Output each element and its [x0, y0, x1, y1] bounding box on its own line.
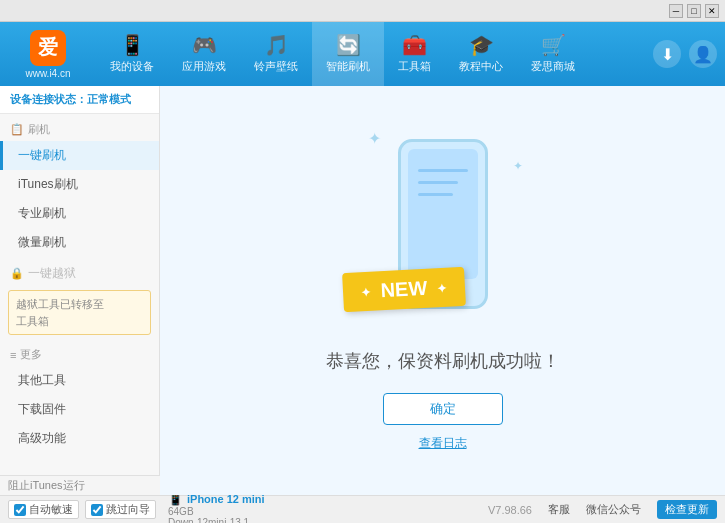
jailbreak-info-box: 越狱工具已转移至工具箱: [8, 290, 151, 335]
itunes-bar: 阻止iTunes运行: [0, 475, 160, 495]
bottom-bar: 自动敏速 跳过向导 📱 iPhone 12 mini 64GB Down-12m…: [0, 495, 725, 523]
store-label: 爱思商城: [531, 59, 575, 74]
my-device-icon: 📱: [120, 35, 145, 55]
flash-section-icon: 📋: [10, 123, 24, 136]
new-badge: NEW: [342, 267, 466, 312]
sidebar-item-one-key-flash[interactable]: 一键刷机: [0, 141, 159, 170]
status-value: 正常模式: [87, 93, 131, 105]
my-device-label: 我的设备: [110, 59, 154, 74]
more-section-icon: ≡: [10, 349, 16, 361]
toolbox-icon: 🧰: [402, 35, 427, 55]
auto-flash-checkbox[interactable]: 自动敏速: [8, 500, 79, 519]
minimize-button[interactable]: ─: [669, 4, 683, 18]
itunes-label: 阻止iTunes运行: [8, 478, 85, 493]
jailbreak-info-text: 越狱工具已转移至工具箱: [16, 298, 104, 327]
log-link[interactable]: 查看日志: [419, 435, 467, 452]
sidebar-item-download-firmware[interactable]: 下载固件: [0, 395, 159, 424]
version-label: V7.98.66: [488, 504, 532, 516]
auto-flash-input[interactable]: [14, 504, 26, 516]
nav-items: 📱 我的设备 🎮 应用游戏 🎵 铃声壁纸 🔄 智能刷机 🧰 工具箱 🎓 教程中心…: [96, 22, 653, 86]
sidebar-item-other-tools[interactable]: 其他工具: [0, 366, 159, 395]
phone-screen: [408, 149, 478, 279]
toolbox-label: 工具箱: [398, 59, 431, 74]
sidebar: 设备连接状态：正常模式 📋 刷机 一键刷机 iTunes刷机 专业刷机 微量刷机…: [0, 86, 160, 495]
bottom-right: V7.98.66 客服 微信公众号 检查更新: [488, 500, 717, 519]
phone-illustration: ✦ ✦ ✦ NEW: [353, 129, 533, 329]
ringtones-icon: 🎵: [264, 35, 289, 55]
window-controls[interactable]: ─ □ ✕: [669, 4, 719, 18]
auto-flash-label: 自动敏速: [29, 502, 73, 517]
status-label: 设备连接状态：: [10, 93, 87, 105]
logo[interactable]: 爱 www.i4.cn: [8, 30, 88, 79]
main-content: 设备连接状态：正常模式 📋 刷机 一键刷机 iTunes刷机 专业刷机 微量刷机…: [0, 86, 725, 495]
bottom-left: 自动敏速 跳过向导 📱 iPhone 12 mini 64GB Down-12m…: [8, 492, 265, 524]
sparkle-2: ✦: [513, 159, 523, 173]
sidebar-item-advanced[interactable]: 高级功能: [0, 424, 159, 453]
confirm-button[interactable]: 确定: [383, 393, 503, 425]
content-area: ✦ ✦ ✦ NEW 恭喜您，保资料刷机成功啦！ 确定 查看日志: [160, 86, 725, 495]
screen-line-3: [418, 193, 453, 196]
nav-smart-flash[interactable]: 🔄 智能刷机: [312, 22, 384, 86]
sparkle-1: ✦: [368, 129, 381, 148]
skip-wizard-label: 跳过向导: [106, 502, 150, 517]
skip-wizard-input[interactable]: [91, 504, 103, 516]
section-flash-title: 📋 刷机: [0, 114, 159, 141]
status-bar: 设备连接状态：正常模式: [0, 86, 159, 114]
jailbreak-label: 一键越狱: [28, 265, 76, 282]
title-bar: ─ □ ✕: [0, 0, 725, 22]
download-button[interactable]: ⬇: [653, 40, 681, 68]
support-link[interactable]: 客服: [548, 502, 570, 517]
screen-line-2: [418, 181, 458, 184]
ringtones-label: 铃声壁纸: [254, 59, 298, 74]
smart-flash-label: 智能刷机: [326, 59, 370, 74]
device-storage: 64GB: [168, 506, 265, 517]
wechat-link[interactable]: 微信公众号: [586, 502, 641, 517]
section-jailbreak-title: 🔒 一键越狱: [0, 257, 159, 286]
header: 爱 www.i4.cn 📱 我的设备 🎮 应用游戏 🎵 铃声壁纸 🔄 智能刷机 …: [0, 22, 725, 86]
nav-toolbox[interactable]: 🧰 工具箱: [384, 22, 445, 86]
apps-games-icon: 🎮: [192, 35, 217, 55]
tutorial-label: 教程中心: [459, 59, 503, 74]
skip-wizard-checkbox[interactable]: 跳过向导: [85, 500, 156, 519]
logo-icon: 爱: [30, 30, 66, 66]
nav-my-device[interactable]: 📱 我的设备: [96, 22, 168, 86]
nav-right: ⬇ 👤: [653, 40, 717, 68]
sidebar-item-itunes-flash[interactable]: iTunes刷机: [0, 170, 159, 199]
sidebar-item-micro-flash[interactable]: 微量刷机: [0, 228, 159, 257]
apps-games-label: 应用游戏: [182, 59, 226, 74]
smart-flash-icon: 🔄: [336, 35, 361, 55]
update-button[interactable]: 检查更新: [657, 500, 717, 519]
maximize-button[interactable]: □: [687, 4, 701, 18]
flash-section-label: 刷机: [28, 122, 50, 137]
sidebar-item-pro-flash[interactable]: 专业刷机: [0, 199, 159, 228]
nav-store[interactable]: 🛒 爱思商城: [517, 22, 589, 86]
device-version: Down-12mini-13,1: [168, 517, 265, 524]
logo-text: www.i4.cn: [25, 68, 70, 79]
nav-tutorial[interactable]: 🎓 教程中心: [445, 22, 517, 86]
lock-icon: 🔒: [10, 267, 24, 280]
screen-line-1: [418, 169, 468, 172]
nav-ringtones[interactable]: 🎵 铃声壁纸: [240, 22, 312, 86]
user-button[interactable]: 👤: [689, 40, 717, 68]
store-icon: 🛒: [541, 35, 566, 55]
success-message: 恭喜您，保资料刷机成功啦！: [326, 349, 560, 373]
section-more-title: ≡ 更多: [0, 339, 159, 366]
close-button[interactable]: ✕: [705, 4, 719, 18]
tutorial-icon: 🎓: [469, 35, 494, 55]
device-info: 📱 iPhone 12 mini 64GB Down-12mini-13,1: [168, 492, 265, 524]
nav-apps-games[interactable]: 🎮 应用游戏: [168, 22, 240, 86]
more-section-label: 更多: [20, 347, 42, 362]
